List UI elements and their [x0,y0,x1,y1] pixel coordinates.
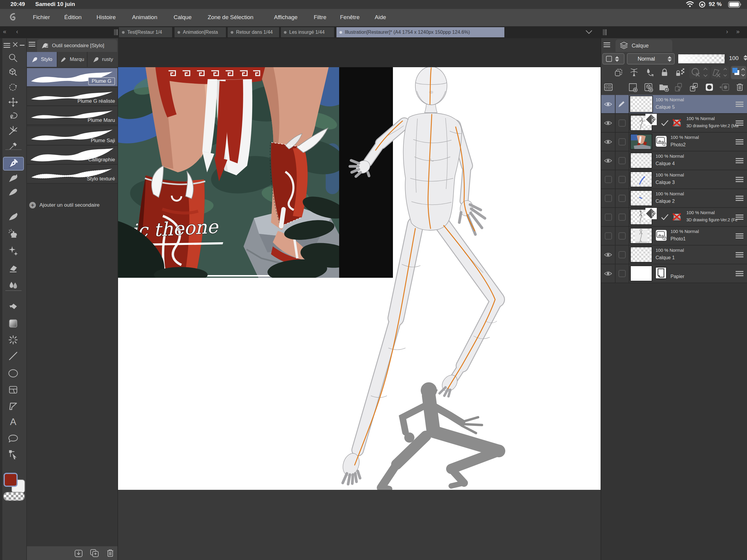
object-select-tool[interactable] [6,448,20,461]
brush-plume-g-realiste[interactable]: Plume G réaliste [27,87,118,106]
layer-row-menu-icon[interactable] [736,176,743,183]
layer-row-menu-icon[interactable] [736,119,743,127]
layer-thumbnail-photo1[interactable] [630,228,652,244]
palette-menu-icon[interactable] [4,42,10,49]
visibility-eye-icon[interactable] [604,158,612,163]
tabs-last-icon[interactable]: » [736,28,740,35]
decoration-tool[interactable] [6,244,20,257]
brush-plume-maru[interactable]: Plume Maru [27,106,118,125]
clip-studio-logo-icon[interactable] [9,12,20,25]
palette-color-combo[interactable] [602,53,624,64]
menu-affichage[interactable]: Affichage [274,14,298,21]
visibility-checkbox-off[interactable] [605,176,612,183]
layers-panel-menu-icon[interactable] [603,41,610,48]
brush-plume-saji[interactable]: Plume Saji [27,127,118,145]
doc-tab-4[interactable]: Les insurgé 1/44 [281,27,334,37]
disable-ruler-button[interactable] [711,66,729,79]
layer-thumbnail[interactable] [630,171,652,187]
layer-row-calque1[interactable]: 100 % Normal Calque 1 [601,245,747,264]
menu-edition[interactable]: Édition [64,14,82,21]
layer-row-calque4[interactable]: 100 % Normal Calque 4 [601,152,747,170]
layer-row-menu-icon[interactable] [736,157,743,164]
pick-checkbox[interactable] [619,176,626,183]
move-tool[interactable] [6,96,20,109]
draft-layer-icon[interactable] [644,66,655,79]
layer-row-menu-icon[interactable] [736,270,743,277]
canvas-area[interactable]: nic theone [118,38,600,560]
tooltab-rusty[interactable]: rusty [87,52,118,67]
visibility-checkbox-off[interactable] [605,195,612,202]
eraser-tool[interactable] [6,261,20,274]
subtool-panel-tab[interactable]: Outil secondaire [Stylo] [37,39,117,52]
layer-row-menu-icon[interactable] [736,100,743,108]
blend-mode-dropdown[interactable]: Normal [627,53,675,64]
menu-zone-de-selection[interactable]: Zone de Sélection [208,14,253,21]
pick-checkbox[interactable] [619,157,626,164]
duplicate-subtool-icon[interactable] [89,549,99,559]
visibility-checkbox-off[interactable] [605,232,612,240]
doc-tab-1[interactable]: Test[Restaur 1/4 [119,27,172,37]
opacity-slider-handle[interactable] [725,53,727,64]
menu-filtre[interactable]: Filtre [314,14,326,21]
brush-stylo-texture[interactable]: Stylo texturé [27,165,118,184]
check-icon[interactable] [661,120,669,126]
lock-transparent-pixels-icon[interactable] [674,66,686,79]
pick-checkbox[interactable] [619,195,626,202]
tooltab-stylo[interactable]: Stylo [27,52,57,67]
visibility-eye-icon[interactable] [604,271,612,276]
gradient-tool[interactable] [6,317,20,330]
delete-subtool-icon[interactable] [106,549,114,559]
balloon-tool[interactable] [6,432,20,445]
add-subtool-button[interactable]: + Ajouter un outil secondaire [29,202,100,209]
delete-layer-icon[interactable] [734,81,746,93]
menu-fichier[interactable]: Fichier [33,14,50,21]
frame-border-tool[interactable] [6,383,20,396]
layer-row-menu-icon[interactable] [736,251,743,258]
pencil-tool[interactable] [6,171,20,185]
polyline-tool[interactable] [6,400,20,413]
text-tool[interactable]: A [6,415,20,428]
menu-animation[interactable]: Animation [132,14,157,21]
transfer-to-layer-icon[interactable] [673,81,685,93]
tooltab-marqueur[interactable]: Marqu [57,52,87,67]
new-folder-icon[interactable] [658,81,670,93]
layer-row-photo2[interactable]: 100 % Normal Photo2 [601,133,747,152]
brush-calligraphie[interactable]: Calligraphie [27,146,118,165]
airbrush-tool[interactable] [6,227,20,240]
layer-row-menu-icon[interactable] [736,213,743,221]
doc-tab-2[interactable]: Animation[Resta [175,27,226,37]
main-color-swatch[interactable] [4,473,18,487]
3d-mannequin-figure[interactable] [118,67,600,490]
opacity-slider[interactable] [678,54,727,63]
layer-thumbnail[interactable] [630,153,652,168]
layer-row-calque5[interactable]: 100 % Normal Calque 5 [601,95,747,114]
layer-thumbnail-paper[interactable] [630,266,652,281]
subtool-panel-menu-icon[interactable] [29,41,35,48]
rotate-selection-tool[interactable] [6,81,20,94]
tone-burst-tool[interactable] [6,333,20,346]
palette-close-icon[interactable] [12,42,18,48]
layer-row-papier[interactable]: Papier [601,264,747,283]
palette-minimize-icon[interactable] [20,45,25,46]
transparent-color-swatch[interactable] [3,492,25,501]
layer-row-menu-icon[interactable] [736,138,743,145]
lock-layer-icon[interactable] [659,66,670,79]
menu-aide[interactable]: Aide [375,14,386,21]
lasso-tool[interactable] [6,110,20,123]
tab-strip-grip-2[interactable] [603,29,607,35]
layer-row-calque2[interactable]: 100 % Normal Calque 2 [601,189,747,208]
pick-checkbox[interactable] [619,214,626,221]
check-icon[interactable] [661,214,669,220]
layers-panel-tab[interactable]: Calque [616,39,672,52]
operate-3d-tool[interactable] [6,66,20,79]
tab-strip-grip[interactable] [114,29,118,35]
reference-layer-icon[interactable] [628,66,640,79]
visibility-eye-icon[interactable] [604,139,612,144]
new-vector-layer-icon[interactable] [642,81,654,93]
clip-to-layer-below-icon[interactable] [613,66,624,79]
menu-calque[interactable]: Calque [174,14,191,21]
layer-thumbnail-photo2[interactable] [630,134,652,150]
eyedropper-tool[interactable] [6,139,20,153]
blend-spinner[interactable] [665,56,674,62]
doc-tab-active[interactable]: Illustration[Restaurer]* (A4 1754 x 1240… [336,27,505,37]
